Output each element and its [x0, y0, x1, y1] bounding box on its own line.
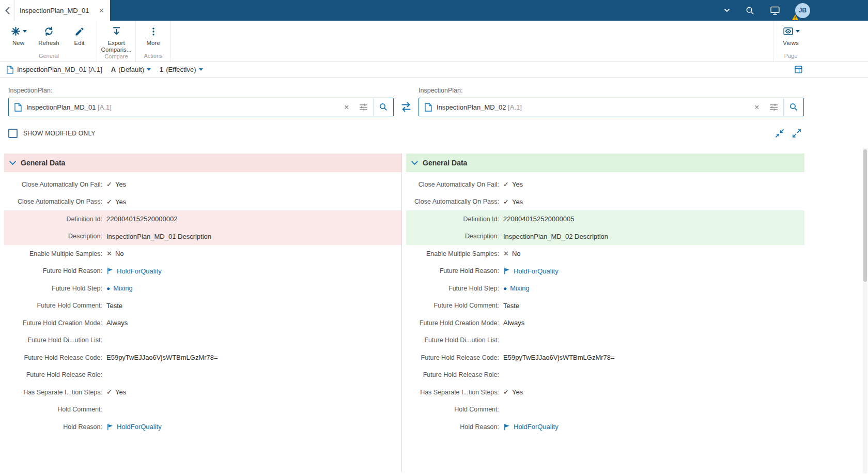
selector-left: InspectionPlan: InspectionPlan_MD_01 [A.… — [8, 87, 394, 116]
new-icon — [10, 26, 21, 37]
clear-icon[interactable]: ✕ — [750, 103, 764, 111]
field-value: E59pyTwEJJao6VjsWTBmLGzMr78= — [106, 354, 218, 361]
toolbar-group-compare: Export Comparis... Compare — [97, 21, 136, 62]
export-download-icon — [111, 26, 122, 37]
advanced-filter-icon[interactable] — [764, 103, 783, 111]
toolbar-group-label-general: General — [3, 53, 95, 62]
field-value-link[interactable]: HoldForQuality — [503, 423, 559, 431]
field-value-text: Yes — [512, 180, 523, 188]
refresh-button-label: Refresh — [38, 40, 59, 47]
field-value: InspectionPlan_MD_01 Description — [106, 233, 211, 240]
field-value-text: Always — [503, 319, 524, 327]
swap-comparison-icon[interactable] — [394, 98, 419, 116]
field-row-modified: Definition Id:2208040152520000002 — [4, 210, 401, 228]
toolbar-group-label-page: Page — [776, 53, 806, 62]
field-label: Future Hold Release Role: — [406, 371, 503, 378]
inspectionplan-input-left[interactable]: InspectionPlan_MD_01 [A.1] ✕ — [8, 98, 394, 116]
advanced-filter-icon[interactable] — [354, 103, 373, 111]
scrollbar-thumb[interactable] — [863, 149, 867, 282]
field-value: InspectionPlan_MD_02 Description — [503, 233, 608, 240]
field-value-text: E59pyTwEJJao6VjsWTBmLGzMr78= — [503, 354, 615, 361]
field-value: Teste — [503, 302, 519, 310]
field-row: Future Hold Creation Mode:Always — [4, 314, 401, 332]
vertical-scrollbar[interactable] — [863, 148, 867, 473]
field-value-link[interactable]: ●Mixing — [503, 284, 530, 292]
export-comparison-button[interactable]: Export Comparis... — [99, 25, 133, 53]
search-icon — [789, 102, 798, 112]
field-label: Future Hold Reason: — [406, 267, 503, 274]
field-value: ✓Yes — [106, 180, 126, 188]
edit-pencil-icon — [74, 26, 85, 37]
field-value-link[interactable]: HoldForQuality — [503, 267, 559, 275]
chevron-down-icon — [23, 30, 27, 33]
check-icon: ✓ — [106, 198, 112, 206]
version-selector[interactable]: A (Default) — [111, 66, 151, 73]
field-row: Close Automatically On Fail:✓Yes — [4, 176, 401, 193]
chevron-left-icon — [5, 7, 10, 14]
field-value-text: HoldForQuality — [514, 267, 559, 275]
inspectionplan-input-right[interactable]: InspectionPlan_MD_02 [A.1] ✕ — [419, 98, 804, 116]
field-row-modified: Definition Id:2208040152520000005 — [406, 210, 804, 228]
field-label: Close Automatically On Pass: — [406, 198, 503, 205]
field-value: ✓Yes — [503, 198, 523, 206]
field-value: 2208040152520000002 — [106, 215, 177, 223]
avatar[interactable]: JB — [795, 3, 810, 18]
revision-selector[interactable]: 1 (Effective) — [160, 66, 203, 73]
field-value-text: E59pyTwEJJao6VjsWTBmLGzMr78= — [106, 354, 218, 361]
field-value-link[interactable]: ●Mixing — [106, 284, 133, 292]
field-row: Future Hold Comment:Teste — [4, 297, 401, 315]
topbar-dropdown-chevron-icon[interactable] — [724, 8, 730, 12]
field-value-text: Yes — [115, 388, 126, 396]
field-label: Hold Comment: — [4, 406, 106, 413]
feedback-monitor-icon[interactable] — [770, 6, 780, 16]
collapse-all-icon[interactable] — [774, 128, 785, 139]
field-label: Future Hold Comment: — [406, 302, 503, 309]
field-value-text: Always — [106, 319, 128, 327]
field-value: E59pyTwEJJao6VjsWTBmLGzMr78= — [503, 354, 615, 361]
field-row: Hold Comment: — [4, 401, 401, 419]
flag-icon — [503, 423, 510, 431]
field-row: Close Automatically On Pass:✓Yes — [4, 193, 401, 211]
field-value: Teste — [106, 302, 122, 310]
search-button[interactable] — [373, 98, 393, 116]
views-button[interactable]: Views — [776, 25, 806, 53]
expand-all-icon[interactable] — [792, 128, 802, 139]
clear-icon[interactable]: ✕ — [339, 103, 354, 111]
topbar-actions: JB — [724, 0, 868, 21]
field-value-text: HoldForQuality — [117, 267, 162, 275]
flag-icon — [106, 267, 114, 274]
more-button[interactable]: More — [138, 25, 168, 53]
show-modified-checkbox[interactable] — [8, 129, 18, 138]
field-row: Close Automatically On Fail:✓Yes — [406, 176, 804, 193]
field-value-text: InspectionPlan_MD_02 Description — [503, 233, 608, 240]
tab-inspectionplan[interactable]: InspectionPlan_MD_01 ✕ — [15, 0, 110, 21]
back-button[interactable] — [0, 0, 15, 21]
field-label: Future Hold Release Role: — [4, 371, 106, 378]
layout-panel-icon[interactable] — [794, 65, 803, 74]
selector-left-label: InspectionPlan: — [8, 87, 394, 94]
chevron-down-icon — [9, 161, 16, 165]
new-button[interactable]: New — [3, 25, 34, 53]
cross-icon: ✕ — [106, 250, 112, 257]
field-label: Future Hold Creation Mode: — [406, 319, 503, 327]
field-value: ✕No — [503, 250, 521, 257]
search-button[interactable] — [783, 98, 803, 116]
field-label: Future Hold Step: — [4, 285, 106, 292]
field-value: ✕No — [106, 250, 124, 257]
tab-close-icon[interactable]: ✕ — [99, 7, 104, 14]
field-label: Future Hold Di...ution List: — [406, 337, 503, 344]
edit-button[interactable]: Edit — [64, 25, 95, 53]
more-kebab-icon — [148, 26, 159, 37]
section-header-general-data-left[interactable]: General Data — [4, 154, 401, 172]
new-button-label: New — [12, 40, 24, 47]
more-button-label: More — [146, 40, 160, 47]
search-icon[interactable] — [745, 6, 755, 16]
breadcrumb-title: InspectionPlan_MD_01 [A.1] — [17, 66, 102, 73]
field-label: Description: — [406, 233, 503, 240]
section-header-general-data-right[interactable]: General Data — [406, 154, 804, 172]
field-label: Close Automatically On Fail: — [406, 181, 503, 188]
field-value-link[interactable]: HoldForQuality — [106, 267, 162, 275]
field-value-text: Teste — [106, 302, 122, 310]
field-value-link[interactable]: HoldForQuality — [106, 423, 162, 431]
refresh-button[interactable]: Refresh — [34, 25, 64, 53]
